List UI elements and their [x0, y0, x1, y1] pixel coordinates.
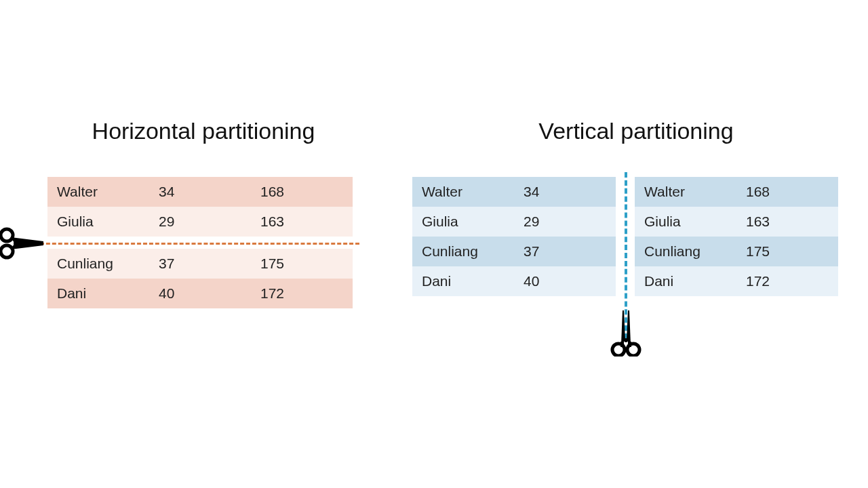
table-row: Dani 172: [635, 266, 838, 296]
table-row: Giulia 29 163: [47, 207, 353, 237]
cell-val: 163: [251, 207, 353, 237]
horizontal-title: Horizontal partitioning: [47, 118, 359, 144]
cell-name: Cunliang: [412, 237, 514, 266]
cell-name: Cunliang: [635, 237, 736, 266]
cell-age: 29: [149, 207, 251, 237]
cell-name: Walter: [412, 177, 514, 207]
table-row: Dani 40 172: [47, 279, 353, 308]
cell-val: 37: [514, 237, 616, 266]
svg-point-4: [14, 241, 18, 245]
cell-val: 172: [251, 279, 353, 308]
vertical-table-right: Walter 168 Giulia 163 Cunliang 175 Dani …: [635, 177, 838, 296]
cell-val: 29: [514, 207, 616, 237]
table-row: Cunliang 37 175: [47, 249, 353, 279]
cell-name: Cunliang: [47, 249, 149, 279]
svg-rect-11: [628, 342, 631, 347]
cell-name: Dani: [47, 279, 149, 308]
cell-name: Dani: [412, 266, 514, 296]
svg-point-1: [1, 245, 13, 258]
cell-val: 175: [251, 249, 353, 279]
horizontal-cut-line: [34, 243, 359, 245]
cell-val: 163: [736, 207, 838, 237]
cell-name: Giulia: [412, 207, 514, 237]
table-row: Giulia 29: [412, 207, 616, 237]
table-row: Cunliang 37: [412, 237, 616, 266]
svg-rect-10: [620, 342, 624, 347]
cell-val: 168: [251, 177, 353, 207]
cell-age: 34: [149, 177, 251, 207]
table-row: Walter 34: [412, 177, 616, 207]
svg-point-7: [624, 338, 628, 342]
table-row: Walter 168: [635, 177, 838, 207]
cell-val: 34: [514, 177, 616, 207]
vertical-panel: Vertical partitioning Walter 34 Giulia 2…: [412, 118, 860, 296]
vertical-table-left: Walter 34 Giulia 29 Cunliang 37 Dani 40: [412, 177, 616, 296]
table-row: Dani 40: [412, 266, 616, 296]
table-row: Cunliang 175: [635, 237, 838, 266]
horizontal-panel: Horizontal partitioning Walter 34 168 Gi…: [47, 118, 359, 308]
cell-name: Giulia: [635, 207, 736, 237]
cell-val: 175: [736, 237, 838, 266]
cell-val: 172: [736, 266, 838, 296]
cell-name: Dani: [635, 266, 736, 296]
cell-val: 40: [514, 266, 616, 296]
cell-name: Walter: [47, 177, 149, 207]
cell-name: Giulia: [47, 207, 149, 237]
table-row: Walter 34 168: [47, 177, 353, 207]
scissors-icon: [0, 226, 45, 260]
vertical-title: Vertical partitioning: [412, 118, 860, 144]
scissors-icon: [609, 308, 643, 357]
table-row: Giulia 163: [635, 207, 838, 237]
svg-point-0: [1, 229, 13, 241]
cell-val: 168: [736, 177, 838, 207]
cell-name: Walter: [635, 177, 736, 207]
cell-age: 40: [149, 279, 251, 308]
cell-age: 37: [149, 249, 251, 279]
